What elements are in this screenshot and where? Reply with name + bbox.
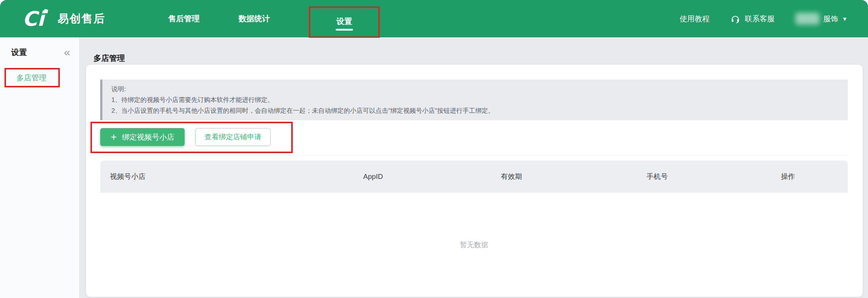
headset-icon <box>730 14 740 24</box>
account-menu[interactable]: 服饰 ▼ <box>795 13 847 25</box>
account-name-blurred <box>795 13 819 25</box>
nav-item-statistics[interactable]: 数据统计 <box>238 13 270 24</box>
annotation-box-multistore-item: 多店管理 <box>4 68 60 87</box>
layout: 设置 « 多店管理 多店管理 说明: 1、待绑定的视频号小店需要先订购本软件才能… <box>0 37 868 298</box>
tutorial-label: 使用教程 <box>680 14 710 24</box>
section-divider <box>100 155 848 156</box>
plus-icon: + <box>111 132 117 142</box>
sidebar-title: 设置 <box>11 47 27 58</box>
column-header-phone: 手机号 <box>586 172 728 181</box>
sidebar-item-multistore[interactable]: 多店管理 <box>16 73 46 83</box>
sidebar-header: 设置 « <box>0 37 79 67</box>
notice-line-1: 1、待绑定的视频号小店需要先订购本软件才能进行绑定。 <box>111 94 839 105</box>
bind-store-button[interactable]: + 绑定视频号小店 <box>100 128 185 146</box>
column-header-appid: AppID <box>310 173 437 181</box>
table-header-row: 视频号小店 AppID 有效期 手机号 操作 <box>100 161 848 193</box>
bind-store-button-label: 绑定视频号小店 <box>122 132 174 142</box>
tutorial-link[interactable]: 使用教程 <box>680 14 710 24</box>
brand-name: 易创售后 <box>58 11 105 27</box>
top-navbar: Ci 易创售后 售后管理 数据统计 设置 使用教程 <box>0 0 868 37</box>
notice-line-2: 2、当小店设置的手机号与其他小店设置的相同时，会自动绑定在一起；未自动绑定的小店… <box>111 105 839 116</box>
nav-item-aftersales[interactable]: 售后管理 <box>168 13 200 24</box>
notice-box: 说明: 1、待绑定的视频号小店需要先订购本软件才能进行绑定。 2、当小店设置的手… <box>100 80 848 120</box>
nav-item-settings-active[interactable]: 设置 <box>336 17 352 25</box>
svg-text:Ci: Ci <box>22 7 47 30</box>
collapse-sidebar-icon[interactable]: « <box>64 47 70 58</box>
column-header-validity: 有效期 <box>437 172 586 181</box>
annotation-box-action-buttons: + 绑定视频号小店 查看绑定店铺申请 <box>90 122 293 153</box>
main-content: 多店管理 说明: 1、待绑定的视频号小店需要先订购本软件才能进行绑定。 2、当小… <box>80 37 868 298</box>
view-applications-button-label: 查看绑定店铺申请 <box>204 132 261 142</box>
support-link[interactable]: 联系客服 <box>730 14 775 24</box>
active-tab-indicator <box>336 29 353 31</box>
column-header-store: 视频号小店 <box>100 172 310 181</box>
annotation-box-settings-tab: 设置 <box>309 6 380 38</box>
app-window: Ci 易创售后 售后管理 数据统计 设置 使用教程 <box>0 0 868 298</box>
header-right: 使用教程 联系客服 服饰 ▼ <box>680 13 847 25</box>
page-title: 多店管理 <box>93 54 863 63</box>
support-label: 联系客服 <box>745 14 775 24</box>
content-card: 说明: 1、待绑定的视频号小店需要先订购本软件才能进行绑定。 2、当小店设置的手… <box>86 65 863 297</box>
table-body: 暂无数据 <box>100 193 848 297</box>
chevron-down-icon: ▼ <box>842 16 847 22</box>
notice-title: 说明: <box>111 84 839 94</box>
main-nav: 售后管理 数据统计 设置 <box>168 3 380 34</box>
actions-row: + 绑定视频号小店 查看绑定店铺申请 <box>100 122 848 153</box>
brand-logo-icon: Ci <box>22 7 51 30</box>
account-suffix: 服饰 <box>823 14 838 24</box>
view-applications-button[interactable]: 查看绑定店铺申请 <box>195 128 271 146</box>
column-header-actions: 操作 <box>728 172 848 181</box>
sidebar: 设置 « 多店管理 <box>0 37 80 298</box>
empty-state-text: 暂无数据 <box>460 240 488 250</box>
brand: Ci 易创售后 <box>22 7 105 30</box>
stores-table: 视频号小店 AppID 有效期 手机号 操作 暂无数据 <box>100 161 848 297</box>
